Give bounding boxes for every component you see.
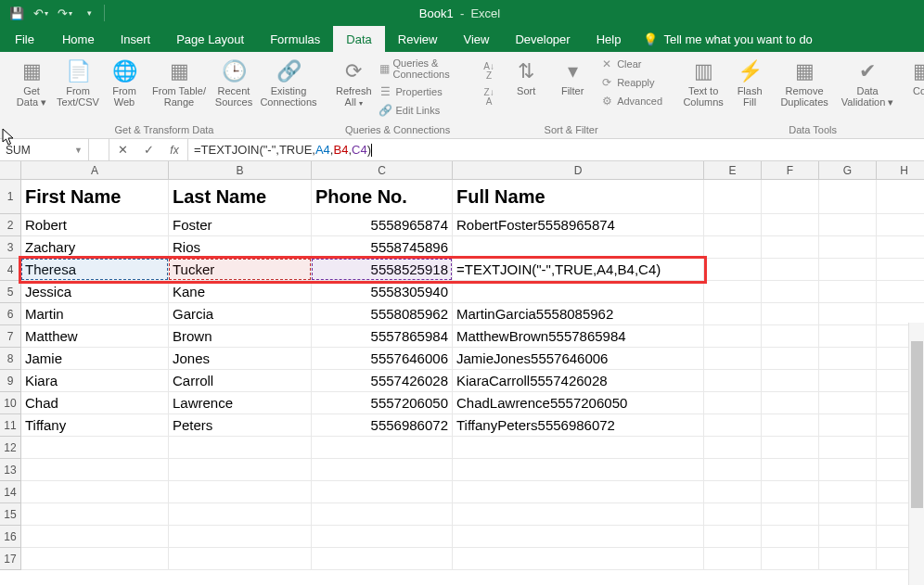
tab-file[interactable]: File: [0, 26, 49, 52]
spreadsheet-grid[interactable]: ABCDEFGH 1234567891011121314151617 First…: [0, 161, 924, 585]
cell-H2[interactable]: [877, 214, 924, 236]
cell-D3[interactable]: [453, 236, 704, 259]
enter-button[interactable]: ✓: [135, 139, 161, 160]
tab-insert[interactable]: Insert: [108, 26, 164, 52]
cell-B15[interactable]: [169, 503, 312, 526]
row-header-14[interactable]: 14: [0, 481, 21, 503]
cell-D14[interactable]: [453, 481, 704, 503]
cell-G2[interactable]: [819, 214, 877, 236]
row-header-2[interactable]: 2: [0, 214, 21, 236]
cell-D17[interactable]: [453, 548, 704, 570]
cell-H3[interactable]: [877, 236, 924, 259]
cell-A3[interactable]: Zachary: [21, 236, 169, 259]
cell-E12[interactable]: [704, 437, 762, 459]
cell-F10[interactable]: [762, 392, 819, 414]
cell-E16[interactable]: [704, 526, 762, 548]
cell-G7[interactable]: [819, 325, 877, 348]
recent-sources-button[interactable]: 🕒Recent Sources: [212, 56, 256, 108]
con-button[interactable]: ▦Con: [900, 56, 924, 96]
cell-G14[interactable]: [819, 481, 877, 503]
sort-az-button[interactable]: A↓Z Z↓A: [476, 56, 502, 109]
cell-E11[interactable]: [704, 414, 762, 437]
remove-duplicates-button[interactable]: ▦Remove Duplicates: [774, 56, 835, 108]
cell-E15[interactable]: [704, 503, 762, 526]
cell-F16[interactable]: [762, 526, 819, 548]
cell-A12[interactable]: [21, 437, 169, 459]
row-header-4[interactable]: 4: [0, 259, 21, 281]
cell-B8[interactable]: Jones: [169, 348, 312, 370]
cell-F6[interactable]: [762, 303, 819, 325]
cell-F12[interactable]: [762, 437, 819, 459]
name-box[interactable]: SUM ▼: [0, 139, 89, 160]
cell-A6[interactable]: Martin: [21, 303, 169, 325]
cell-B17[interactable]: [169, 548, 312, 570]
cell-B2[interactable]: Foster: [169, 214, 312, 236]
cell-F11[interactable]: [762, 414, 819, 437]
cell-F15[interactable]: [762, 503, 819, 526]
cell-A13[interactable]: [21, 459, 169, 481]
cell-B14[interactable]: [169, 481, 312, 503]
from-table-range-button[interactable]: ▦From Table/ Range: [148, 56, 210, 108]
cell-G5[interactable]: [819, 281, 877, 303]
cell-E17[interactable]: [704, 548, 762, 570]
cell-D13[interactable]: [453, 459, 704, 481]
cell-D8[interactable]: JamieJones5557646006: [453, 348, 704, 370]
cell-F17[interactable]: [762, 548, 819, 570]
tab-review[interactable]: Review: [385, 26, 451, 52]
row-header-11[interactable]: 11: [0, 414, 21, 437]
refresh-all-button[interactable]: ⟳ Refresh All ▾: [334, 56, 374, 109]
clear-button[interactable]: ✕Clear: [597, 56, 666, 72]
cell-G9[interactable]: [819, 370, 877, 392]
cell-B16[interactable]: [169, 526, 312, 548]
advanced-button[interactable]: ⚙Advanced: [597, 93, 666, 109]
cell-H4[interactable]: [877, 259, 924, 281]
cell-B6[interactable]: Garcia: [169, 303, 312, 325]
row-header-12[interactable]: 12: [0, 437, 21, 459]
cell-C6[interactable]: 5558085962: [312, 303, 453, 325]
cell-D7[interactable]: MatthewBrown5557865984: [453, 325, 704, 348]
cell-C1[interactable]: Phone No.: [312, 180, 453, 214]
cell-G8[interactable]: [819, 348, 877, 370]
cell-A9[interactable]: Kiara: [21, 370, 169, 392]
cell-E7[interactable]: [704, 325, 762, 348]
existing-connections-button[interactable]: 🔗Existing Connections: [258, 56, 319, 108]
row-header-10[interactable]: 10: [0, 392, 21, 414]
cell-E1[interactable]: [704, 180, 762, 214]
cell-G3[interactable]: [819, 236, 877, 259]
tab-developer[interactable]: Developer: [502, 26, 583, 52]
cell-G13[interactable]: [819, 459, 877, 481]
text-to-columns-button[interactable]: ▥Text to Columns: [681, 56, 725, 108]
filter-button[interactable]: ▾ Filter: [550, 56, 595, 96]
cell-G17[interactable]: [819, 548, 877, 570]
row-header-3[interactable]: 3: [0, 236, 21, 259]
column-header-C[interactable]: C: [312, 161, 453, 180]
cell-F4[interactable]: [762, 259, 819, 281]
cell-C17[interactable]: [312, 548, 453, 570]
cell-C15[interactable]: [312, 503, 453, 526]
cell-E14[interactable]: [704, 481, 762, 503]
cell-B5[interactable]: Kane: [169, 281, 312, 303]
cell-C11[interactable]: 5556986072: [312, 414, 453, 437]
tab-page-layout[interactable]: Page Layout: [163, 26, 257, 52]
queries-connections-button[interactable]: ▦Queries & Connections: [376, 56, 462, 82]
vertical-scrollbar[interactable]: [908, 323, 924, 585]
reapply-button[interactable]: ⟳Reapply: [597, 74, 666, 91]
cell-B11[interactable]: Peters: [169, 414, 312, 437]
column-header-B[interactable]: B: [169, 161, 312, 180]
cell-G4[interactable]: [819, 259, 877, 281]
cell-E2[interactable]: [704, 214, 762, 236]
cell-C5[interactable]: 5558305940: [312, 281, 453, 303]
cell-A1[interactable]: First Name: [21, 180, 169, 214]
cell-D1[interactable]: Full Name: [453, 180, 704, 214]
properties-button[interactable]: ☰Properties: [376, 83, 462, 100]
cell-E4[interactable]: [704, 259, 762, 281]
tab-help[interactable]: Help: [584, 26, 635, 52]
cell-F9[interactable]: [762, 370, 819, 392]
cell-E6[interactable]: [704, 303, 762, 325]
cell-C7[interactable]: 5557865984: [312, 325, 453, 348]
column-header-H[interactable]: H: [877, 161, 924, 180]
cell-B7[interactable]: Brown: [169, 325, 312, 348]
cell-E8[interactable]: [704, 348, 762, 370]
cell-D10[interactable]: ChadLawrence5557206050: [453, 392, 704, 414]
cell-A17[interactable]: [21, 548, 169, 570]
